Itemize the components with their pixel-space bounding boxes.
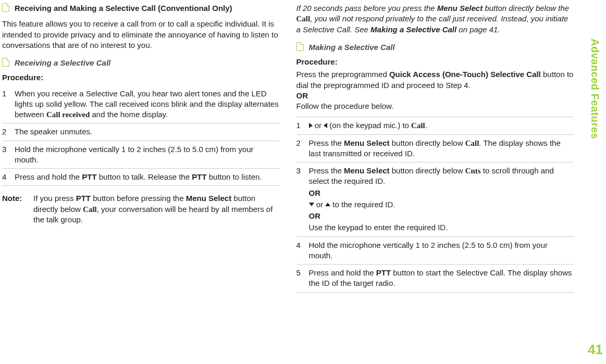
step-body: Press the Menu Select button directly be… <box>309 166 574 233</box>
pre-procedure-text: Press the preprogrammed Quick Access (On… <box>296 69 574 91</box>
nav-up-icon <box>325 200 330 209</box>
menu-select-label: Menu Select <box>437 4 483 12</box>
step-body: Press and hold the PTT button to start t… <box>309 268 574 289</box>
step-body: Hold the microphone vertically 1 to 2 in… <box>309 240 574 261</box>
step-text: to the required ID. <box>330 200 395 209</box>
step-number: 4 <box>296 240 309 261</box>
sidebar-label: Advanced Features <box>588 39 602 139</box>
step-text-line: or to the required ID. <box>309 199 574 210</box>
step-body: or (on the keypad mic.) to Call. <box>309 120 574 131</box>
ui-label-call: Call <box>411 121 425 130</box>
ui-label-call-received: Call received <box>46 110 90 119</box>
step-text: (on the keypad mic.) to <box>327 121 411 130</box>
step: 5 Press and hold the PTT button to start… <box>296 265 574 293</box>
ui-label-call: Call <box>83 205 97 214</box>
note: Note: If you press PTT button before pre… <box>2 193 280 225</box>
ui-label-cnts: Cnts <box>465 167 481 175</box>
subsection-title-text: Making a Selective Call <box>309 43 395 52</box>
subsection-title-text: Receiving a Selective Call <box>15 58 110 67</box>
step-body: Hold the microphone vertically 1 to 2 in… <box>15 144 280 166</box>
step-text: and the home display. <box>90 110 168 119</box>
italic-text: on page 41. <box>456 25 500 34</box>
nav-down-icon <box>309 200 314 209</box>
document-icon <box>2 58 9 67</box>
text: Press the preprogrammed <box>296 70 389 79</box>
italic-text: button directly below the <box>483 4 569 12</box>
right-column: If 20 seconds pass before you press the … <box>294 3 576 364</box>
step-number: 3 <box>296 166 309 233</box>
step-text: button to listen. <box>207 172 262 181</box>
section-title-text: Receiving and Making a Selective Call (C… <box>15 4 232 12</box>
ptt-label: PTT <box>376 268 391 277</box>
left-column: Receiving and Making a Selective Call (C… <box>0 3 282 364</box>
step: 3 Hold the microphone vertically 1 to 2 … <box>2 141 280 169</box>
step: 3 Press the Menu Select button directly … <box>296 162 574 237</box>
step-text: Press the <box>309 139 344 147</box>
step: 2 Press the Menu Select button directly … <box>296 135 574 163</box>
step: 1 When you receive a Selective Call, you… <box>2 85 280 124</box>
step-text: button directly below <box>390 139 465 147</box>
procedure-label: Procedure: <box>2 72 280 83</box>
note-label: Note: <box>2 193 33 225</box>
step-number: 1 <box>2 89 15 120</box>
step: 4 Press and hold the PTT button to talk.… <box>2 169 280 186</box>
step-body: Press the Menu Select button directly be… <box>309 138 574 159</box>
step-body: When you receive a Selective Call, you h… <box>15 89 280 120</box>
step-text: Use the keypad to enter the required ID. <box>309 222 574 233</box>
step-text: or <box>314 200 326 209</box>
menu-select-label: Menu Select <box>344 139 390 147</box>
step-text: Press and hold the <box>15 172 82 181</box>
ui-label-call: Call <box>465 139 479 147</box>
menu-select-label: Menu Select <box>344 166 390 175</box>
ui-label-call: Call <box>296 15 311 23</box>
page-number: 41 <box>588 341 603 359</box>
step-number: 3 <box>2 144 15 166</box>
step-text: Press and hold the <box>309 268 376 277</box>
step-text: . <box>425 121 427 130</box>
sidebar: Advanced Features 41 <box>582 3 606 364</box>
ptt-label: PTT <box>76 194 91 203</box>
subsection-title: Making a Selective Call <box>296 42 574 53</box>
content-columns: Receiving and Making a Selective Call (C… <box>0 3 582 364</box>
step-number: 2 <box>2 127 15 137</box>
document-icon <box>296 42 304 51</box>
step-number: 5 <box>296 268 309 289</box>
or-label: OR <box>296 91 574 101</box>
document-icon <box>2 3 9 12</box>
step-number: 4 <box>2 172 15 182</box>
step-text: or <box>313 121 324 130</box>
intro-text: This feature allows you to receive a cal… <box>2 19 280 51</box>
nav-right-icon <box>309 121 313 130</box>
note-text: button before pressing the <box>91 194 186 203</box>
step-number: 2 <box>296 138 309 159</box>
step-text: Press the <box>309 166 344 175</box>
quick-access-label: Quick Access (One-Touch) Selective Call <box>389 70 541 79</box>
step-text: button directly below <box>390 166 465 175</box>
ptt-label: PTT <box>192 172 206 181</box>
step-body: Press and hold the PTT button to talk. R… <box>15 172 280 182</box>
step: 4 Hold the microphone vertically 1 to 2 … <box>296 237 574 265</box>
italic-text: If 20 seconds pass before you press the <box>296 4 437 12</box>
step: 1 or (on the keypad mic.) to Call. <box>296 117 574 134</box>
or-label: OR <box>309 188 574 198</box>
step-text: button to talk. Release the <box>97 172 192 181</box>
menu-select-label: Menu Select <box>186 194 232 203</box>
step-body: The speaker unmutes. <box>15 127 280 137</box>
pre-procedure-text: Follow the procedure below. <box>296 101 574 111</box>
or-label: OR <box>309 211 574 221</box>
section-title: Receiving and Making a Selective Call (C… <box>2 3 280 14</box>
italic-note: If 20 seconds pass before you press the … <box>296 3 574 35</box>
subsection-title: Receiving a Selective Call <box>2 58 280 68</box>
cross-ref: Making a Selective Call <box>370 25 456 34</box>
page: Receiving and Making a Selective Call (C… <box>0 0 606 364</box>
step-number: 1 <box>296 120 309 131</box>
note-text: If you press <box>33 194 76 203</box>
ptt-label: PTT <box>82 172 96 181</box>
procedure-label: Procedure: <box>296 57 574 67</box>
note-body: If you press PTT button before pressing … <box>33 193 280 225</box>
step: 2 The speaker unmutes. <box>2 123 280 141</box>
